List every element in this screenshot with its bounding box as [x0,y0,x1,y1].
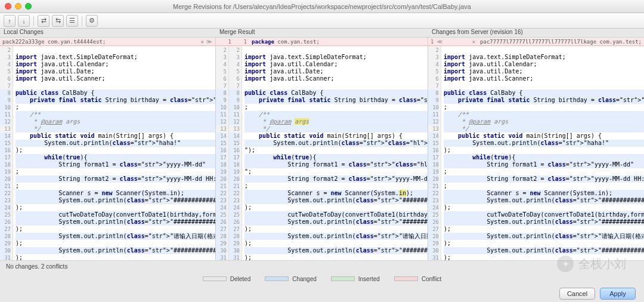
dismiss-change-icon[interactable]: ✕ [471,38,476,45]
pane-server: 1 ≪ ✕ pac77777l77777ll77777ll77777ll7lka… [428,38,644,260]
pane-result: 1 1 package com.yan.test; 23456789101112… [216,38,428,260]
accept-change-left-icon[interactable]: ≪ [436,38,444,45]
settings-button[interactable]: ⚙ [86,15,98,27]
cancel-button[interactable]: Cancel [559,288,595,300]
legend-inserted: Inserted [331,276,380,282]
dismiss-change-icon[interactable]: ✕ [200,38,205,45]
toolbar-separator [33,16,34,26]
pane-result-topline: 1 1 package com.yan.test; [216,38,428,46]
pane-result-code[interactable]: 2345678910111213141516171819202122232425… [216,46,428,260]
gear-icon: ⚙ [89,17,95,24]
swatch-deleted [203,276,227,281]
pane-local-topline-text: pack222a333ge com.yan.t44444est; [2,38,106,45]
pane-header-right: Changes from Server (revision 16) [428,29,644,37]
status-text: No changes. 2 conflicts [6,263,67,270]
pane-result-topline-text: package com.yan.test; [252,38,320,45]
merge-toolbar: ↑ ↓ ⇄ ⇆ ☰ ⚙ [0,13,644,29]
window-title: Merge Revisions for /Users/alecyan/IdeaP… [4,3,640,10]
compare-left-button[interactable]: ⇄ [38,15,49,27]
legend-conflict: Conflict [394,276,441,282]
pane-local: pack222a333ge com.yan.t44444est; ✕ ≫ 234… [0,38,216,260]
diff-legend: Deleted Changed Inserted Conflict [0,272,644,285]
accept-change-right-icon[interactable]: ≫ [205,38,213,45]
accept-left-button[interactable]: ☰ [66,15,78,27]
code-left[interactable]: import java.text.SimpleDateFormat;import… [13,46,215,260]
pane-headers: Local Changes Merge Result Changes from … [0,29,644,37]
legend-changed: Changed [265,276,317,282]
close-window-button[interactable] [5,3,11,10]
compare-right-button[interactable]: ⇆ [52,15,64,27]
next-diff-button[interactable]: ↓ [18,15,30,27]
dialog-buttons: Cancel Apply [0,285,644,302]
pane-server-topline: 1 ≪ ✕ pac77777l77777ll77777ll77777ll7lka… [428,38,644,46]
code-right[interactable]: import java.text.SimpleDateFormat;import… [441,46,644,260]
window-titlebar: Merge Revisions for /Users/alecyan/IdeaP… [0,0,644,13]
toolbar-separator [82,16,82,26]
merge-panes: pack222a333ge com.yan.t44444est; ✕ ≫ 234… [0,37,644,260]
swatch-inserted [331,276,355,281]
gutter-mid2: 2345678910111213141516171819202122232425… [229,46,242,260]
zoom-window-button[interactable] [25,3,32,10]
pane-header-left: Local Changes [0,29,216,37]
legend-deleted: Deleted [203,276,250,282]
minimize-window-button[interactable] [15,3,21,10]
gutter-left: 2345678910111213141516171819202122232425… [0,46,13,260]
pane-header-middle: Merge Result [216,29,428,37]
pane-local-topline: pack222a333ge com.yan.t44444est; ✕ ≫ [0,38,215,46]
traffic-lights [5,3,32,10]
swatch-changed [265,276,289,281]
swatch-conflict [394,276,418,281]
code-mid[interactable]: import java.text.SimpleDateFormat;import… [242,46,428,260]
gutter-right: 2345678910111213141516171819202122232425… [428,46,441,260]
pane-server-topline-text: pac77777l77777ll77777ll77777ll7lkage com… [480,38,642,45]
prev-diff-button[interactable]: ↑ [4,15,16,27]
gutter-mid1: 2345678910111213141516171819202122232425… [216,46,229,260]
status-bar: No changes. 2 conflicts [0,260,644,272]
apply-button[interactable]: Apply [600,288,636,300]
pane-server-code[interactable]: 2345678910111213141516171819202122232425… [428,46,644,260]
pane-local-code[interactable]: 2345678910111213141516171819202122232425… [0,46,215,260]
